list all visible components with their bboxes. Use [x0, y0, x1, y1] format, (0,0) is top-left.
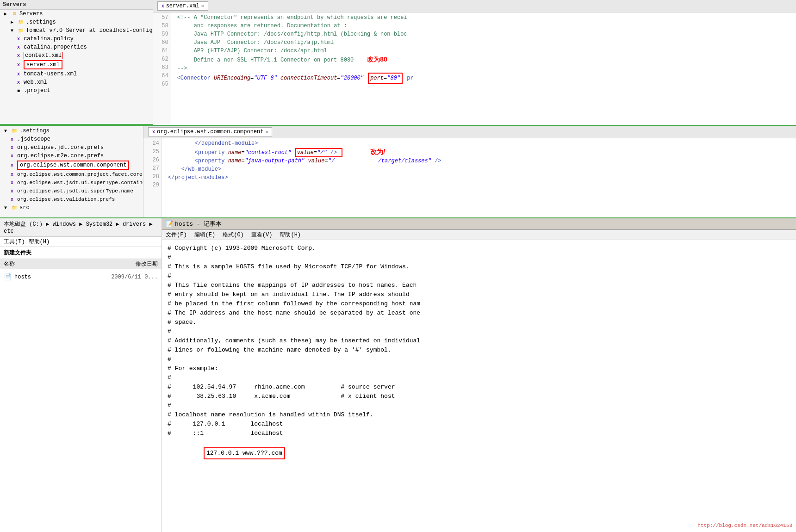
tab-close-icon[interactable]: ✕ [201, 3, 204, 9]
xml-file-icon: x [15, 79, 22, 86]
server-xml-tab[interactable]: x server.xml ✕ [157, 1, 208, 11]
np-line-3: # [168, 272, 790, 281]
tree-item-facet-core[interactable]: x org.eclipse.wst.common.project.facet.c… [0, 170, 143, 179]
triangle-icon: ▼ [2, 204, 9, 211]
np-line-19: # 127.0.0.1 localhost [168, 420, 790, 429]
file-menu[interactable]: 文件(F) [166, 231, 187, 239]
format-menu[interactable]: 格式(O) [223, 231, 244, 239]
close-tag: /> [330, 149, 337, 156]
wst-component-label: org.eclipse.wst.common.component [17, 161, 129, 170]
help-menu[interactable]: 帮助(H) [29, 238, 50, 246]
tree-item-project[interactable]: ■ .project [0, 87, 153, 95]
col-name-header: 名称 [4, 260, 102, 268]
np-line-22: 127.0.0.1 www.???.com [168, 438, 790, 469]
folder-icon: 🖥 [11, 10, 18, 18]
tree-item-context-xml[interactable]: x context.xml [0, 51, 153, 60]
context-xml-label: context.xml [24, 52, 63, 59]
tree-item-servers[interactable]: ▶ 🖥 Servers [0, 10, 153, 18]
file-icon: ■ [15, 87, 22, 94]
hosts-file-item[interactable]: 📄 hosts 2009/6/11 0... [0, 271, 162, 283]
settings-label: .settings [26, 19, 56, 25]
wst-component-tab[interactable]: x org.eclipse.wst.common.component ✕ [148, 127, 272, 136]
notepad-icon: 📝 [166, 220, 173, 228]
np-line-20: # ::1 localhost [168, 429, 790, 438]
code-line-63: --> [177, 64, 792, 73]
tree-item-jsdt-name[interactable]: x org.eclipse.wst.jsdt.ui.superType.name [0, 187, 143, 195]
property-tag: <property [168, 149, 228, 156]
line-num-57: 57 [153, 13, 168, 22]
np-line-17: # [168, 401, 790, 410]
target-val: "/ /target/classes" [328, 158, 431, 164]
tree-item-validation-prefs[interactable]: x org.eclipse.wst.validation.prefs [0, 195, 143, 204]
hosts-filename: hosts [14, 274, 102, 280]
np-line-9: # [168, 327, 790, 336]
new-folder-label[interactable]: 新建文件夹 [4, 250, 31, 256]
edit-menu[interactable]: 编辑(E) [194, 231, 216, 239]
uri-attr: URIEncoding [214, 75, 250, 81]
np-line-8: # space. [168, 318, 790, 327]
view-menu[interactable]: 查看(V) [251, 231, 273, 239]
xml-tab-icon: x [162, 4, 164, 9]
xml-file-icon: x [8, 196, 16, 203]
watermark: http://blog.csdn.net/ads1624153 [697, 523, 792, 528]
xml-file-icon: x [15, 35, 22, 43]
tree-item-catalina-policy[interactable]: x catalina.policy [0, 35, 153, 43]
tree-item-jdt-prefs[interactable]: x org.eclipse.jdt.core.prefs [0, 143, 143, 152]
tab-close-icon-m[interactable]: ✕ [265, 129, 268, 135]
timeout-attr: connectionTimeout [280, 75, 337, 81]
tree-item-tomcat-users[interactable]: x tomcat-users.xml [0, 70, 153, 78]
timeout-val: "20000" [341, 75, 364, 81]
xml-file-icon: x [8, 136, 16, 143]
line-num-60: 60 [153, 38, 168, 47]
code-line-24: </dependent-module> [168, 139, 792, 148]
connector-tag: <Connector [177, 75, 214, 81]
code-line-59: Java HTTP Connector: /docs/config/http.h… [177, 30, 792, 38]
line-num-63: 63 [153, 63, 168, 72]
line-num-61: 61 [153, 47, 168, 55]
tree-item-m2e-prefs[interactable]: x org.eclipse.m2e.core.prefs [0, 152, 143, 160]
tree-item-wst-component[interactable]: x org.eclipse.wst.common.component [0, 160, 143, 170]
code-line-62: Define a non-SSL HTTP/1.1 Connector on p… [177, 55, 792, 64]
slash-val: "/" [317, 149, 327, 156]
catalina-policy-label: catalina.policy [24, 36, 74, 42]
xml-file-icon: x [8, 187, 16, 195]
folder-icon: 📁 [17, 19, 25, 26]
np-line-11: # lines or following the machine name de… [168, 346, 790, 355]
tree-item-jsdt-container[interactable]: x org.eclipse.wst.jsdt.ui.superType.cont… [0, 179, 143, 187]
eq1: = [241, 149, 244, 156]
np-line-0: # Copyright (c) 1993-2009 Microsoft Corp… [168, 244, 790, 253]
java-output-val: "java-output-path" [245, 158, 305, 164]
tree-item-src[interactable]: ▼ 📁 src [0, 204, 143, 212]
annotation-slash: 改为/ [370, 148, 385, 155]
explorer-file-list: 📄 hosts 2009/6/11 0... [0, 269, 162, 285]
hosts-entry-highlight: 127.0.0.1 www.???.com [204, 447, 285, 459]
xml-file-icon: x [15, 61, 22, 68]
notepad-titlebar: 📝 hosts - 记事本 [162, 218, 796, 230]
editor-top: x server.xml ✕ 57 58 59 60 61 62 63 64 [153, 0, 796, 125]
pr-text: pr [407, 75, 413, 81]
tree-item-catalina-properties[interactable]: x catalina.properties [0, 43, 153, 51]
facet-core-label: org.eclipse.wst.common.project.facet.cor… [17, 172, 143, 177]
tomcat-users-label: tomcat-users.xml [24, 71, 77, 77]
tools-menu[interactable]: 工具(T) [4, 238, 25, 246]
triangle-down-icon: ▼ [8, 27, 16, 34]
tree-item-jsdtscope[interactable]: x .jsdtscope [0, 135, 143, 143]
project-label: .project [24, 87, 50, 94]
annotation-port-80: 改为80 [367, 56, 387, 63]
code-line-27: </wb-module> [168, 165, 792, 173]
wb-module-close: </wb-module> [168, 166, 221, 173]
equals2: = [337, 75, 340, 81]
tree-item-web-xml[interactable]: x web.xml [0, 78, 153, 87]
tree-item-settings-middle[interactable]: ▼ 📁 .settings [0, 127, 143, 135]
uri-val: "UTF-8" [254, 75, 277, 81]
help-menu-np[interactable]: 帮助(H) [280, 231, 301, 239]
tree-item-settings[interactable]: ▶ 📁 .settings [0, 18, 153, 26]
file-folder-icon: 📄 [4, 273, 12, 281]
server-xml-editor: 57 58 59 60 61 62 63 64 65 <!-- A "Conne… [153, 12, 796, 125]
project-explorer-middle: ▼ 📁 .settings x .jsdtscope x org.eclipse… [0, 126, 143, 217]
code-line-58: and responses are returned. Documentatio… [177, 22, 792, 30]
tree-item-tomcat[interactable]: ▼ 📁 Tomcat v7.0 Server at localhost-conf… [0, 26, 153, 35]
tree-item-server-xml[interactable]: x server.xml [0, 60, 153, 70]
code-line-29-empty [168, 182, 792, 190]
np-line-5: # entry should be kept on an individual … [168, 290, 790, 299]
